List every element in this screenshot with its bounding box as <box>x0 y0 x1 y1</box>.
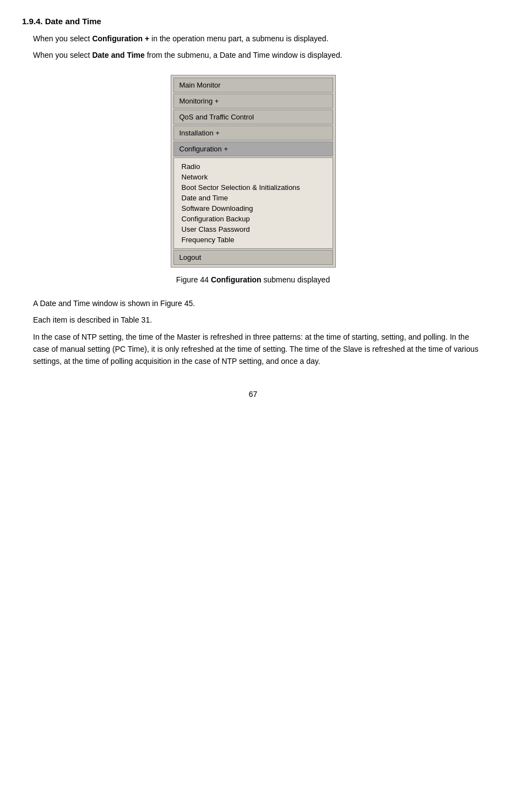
page-number: 67 <box>22 390 484 399</box>
logout-button[interactable]: Logout <box>173 250 333 265</box>
section-heading: 1.9.4. Date and Time <box>22 17 484 26</box>
bold-configuration: Configuration + <box>92 34 149 43</box>
submenu-item-user-class-password[interactable]: User Class Password <box>179 224 327 235</box>
submenu-container: Radio Network Boot Sector Selection & In… <box>173 157 333 249</box>
menu-item-qos[interactable]: QoS and Traffic Control <box>173 110 333 124</box>
menu-screenshot: Main Monitor Monitoring + QoS and Traffi… <box>171 75 336 268</box>
submenu-item-radio[interactable]: Radio <box>179 161 327 172</box>
submenu-item-network[interactable]: Network <box>179 172 327 182</box>
intro-paragraph-1: When you select Configuration + in the o… <box>22 32 484 45</box>
figure-44: Main Monitor Monitoring + QoS and Traffi… <box>22 75 484 284</box>
menu-item-monitoring[interactable]: Monitoring + <box>173 94 333 108</box>
submenu-item-config-backup[interactable]: Configuration Backup <box>179 214 327 224</box>
after-paragraph-3: In the case of NTP setting, the time of … <box>22 331 484 368</box>
after-paragraph-2: Each item is described in Table 31. <box>22 314 484 326</box>
menu-item-configuration[interactable]: Configuration + <box>173 141 333 156</box>
bold-date-time: Date and Time <box>92 51 144 59</box>
submenu-item-boot-sector[interactable]: Boot Sector Selection & Initializations <box>179 182 327 193</box>
figure-caption: Figure 44 Configuration submenu displaye… <box>176 275 330 284</box>
menu-item-installation[interactable]: Installation + <box>173 126 333 140</box>
after-paragraph-1: A Date and Time window is shown in Figur… <box>22 297 484 309</box>
menu-item-main-monitor[interactable]: Main Monitor <box>173 78 333 92</box>
submenu-item-date-time[interactable]: Date and Time <box>179 193 327 203</box>
submenu-item-software-downloading[interactable]: Software Downloading <box>179 203 327 214</box>
submenu-item-frequency-table[interactable]: Frequency Table <box>179 235 327 245</box>
intro-paragraph-2: When you select Date and Time from the s… <box>22 49 484 61</box>
